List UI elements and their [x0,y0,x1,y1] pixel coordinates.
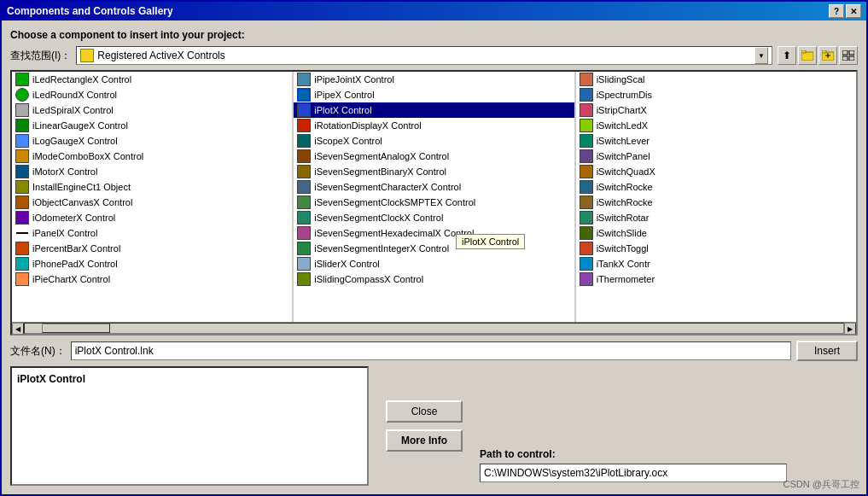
toolbar-back-btn[interactable]: ⬆ [778,46,796,65]
item-label: iPhonePadX Control [32,259,118,269]
list-item[interactable]: InstallEngineCt1 Object [12,179,292,195]
item-icon [16,232,28,234]
item-icon [15,149,29,163]
list-item[interactable]: iLogGaugeX Control [12,133,292,149]
list-item[interactable]: iMotorX Control [12,164,292,179]
item-icon [580,242,593,255]
list-item[interactable]: iSlidingScal [576,72,856,87]
list-item[interactable]: iObjectCanvasX Control [12,195,292,210]
item-label: iLinearGaugeX Control [32,120,128,131]
path-panel: Path to control: [480,366,858,486]
item-label: iRotationDisplayX Control [314,120,421,131]
list-item[interactable]: iSwitchPanel [576,149,856,164]
close-button[interactable]: ✕ [846,4,861,18]
window-body: Choose a component to insert into your p… [2,20,866,494]
toolbar-folder1-btn[interactable] [798,46,817,65]
list-item[interactable]: iSliderX Control [294,256,574,271]
scroll-left-btn[interactable]: ◀ [12,323,24,335]
list-item[interactable]: iThermometer [576,271,856,287]
scroll-right-btn[interactable]: ▶ [844,323,856,335]
list-item[interactable]: iPieChartX Control [12,271,292,287]
item-label: iSevenSegmentClockSMPTEX Control [314,197,475,207]
list-item[interactable]: iStripChartX [576,102,856,118]
item-label: iThermometer [597,274,655,284]
item-icon [580,180,593,194]
list-item[interactable]: iScopeX Control [294,133,574,149]
item-label: iLedRoundX Control [32,90,117,100]
list-item[interactable]: iSpectrumDis [576,87,856,102]
list-item[interactable]: iSevenSegmentIntegerX Control [294,241,574,256]
item-label: iPanelX Control [32,228,97,238]
list-item[interactable]: iSwitchQuadX [576,164,856,179]
filename-input[interactable] [71,341,791,360]
list-item[interactable]: iTankX Contr [576,256,856,271]
list-item[interactable]: iPhonePadX Control [12,256,292,271]
horizontal-scrollbar[interactable]: ◀ ▶ [12,322,856,334]
item-icon [580,257,593,271]
list-item[interactable]: iSwitchToggl [576,241,856,256]
toolbar-buttons: ⬆ [778,46,858,65]
item-label: iPipeX Control [314,90,374,100]
list-item[interactable]: iPanelX Control [12,225,292,241]
more-info-button[interactable]: More Info [386,429,463,452]
item-label: iSwitchSlide [597,228,647,238]
item-icon [297,103,311,117]
list-item[interactable]: iSwitchRocke [576,195,856,210]
item-icon [580,272,593,286]
list-item[interactable]: iLedSpiralX Control [12,102,292,118]
close-button[interactable]: Close [386,400,463,423]
list-item[interactable]: iLinearGaugeX Control [12,118,292,133]
list-item[interactable]: iSwitchRotar [576,210,856,225]
item-icon [580,103,593,117]
list-item[interactable]: iSevenSegmentCharacterX Control [294,179,574,195]
list-item[interactable]: iLedRectangleX Control [12,72,292,87]
help-button[interactable]: ? [829,4,844,18]
item-label: iSpectrumDis [597,90,652,100]
list-container: iLedRectangleX Control iLedRoundX Contro… [10,70,858,336]
insert-button[interactable]: Insert [796,341,858,361]
scope-label: 查找范围(I)： [10,49,71,63]
list-item[interactable]: iPipeJointX Control [294,72,574,87]
list-item[interactable]: iPipeX Control [294,87,574,102]
item-label: iMotorX Control [32,166,97,177]
list-item[interactable]: iPercentBarX Control [12,241,292,256]
list-item-selected[interactable]: iPlotX Control [294,102,574,118]
item-icon [15,73,29,86]
list-item[interactable]: iLedRoundX Control [12,87,292,102]
list-item[interactable]: iSwitchSlide [576,225,856,241]
item-icon [580,211,593,225]
list-item[interactable]: iSwitchLever [576,133,856,149]
scope-combobox[interactable]: Registered ActiveX Controls ▼ [76,46,772,65]
list-item[interactable]: iRotationDisplayX Control [294,118,574,133]
list-item[interactable]: iSevenSegmentClockX Control [294,210,574,225]
path-input[interactable] [480,464,787,482]
action-buttons: Close More Info [377,366,471,486]
list-item[interactable]: iSwitchLedX [576,118,856,133]
list-item[interactable]: iModeComboBoxX Control [12,149,292,164]
list-item[interactable]: iSwitchRocke [576,179,856,195]
toolbar-grid-btn[interactable] [839,46,858,65]
list-item[interactable]: iSevenSegmentClockSMPTEX Control [294,195,574,210]
combo-dropdown-btn[interactable]: ▼ [754,47,768,64]
item-label: iSwitchToggl [597,243,649,254]
control-preview: iPlotX Control [10,366,369,486]
item-icon [297,134,311,148]
list-item[interactable]: iOdometerX Control [12,210,292,225]
main-window: Components and Controls Gallery ? ✕ Choo… [0,0,868,496]
svg-rect-9 [849,56,854,61]
window-title: Components and Controls Gallery [7,5,173,17]
toolbar-folder2-btn[interactable] [818,46,837,65]
list-item[interactable]: iSlidingCompassX Control [294,271,574,287]
item-label: iSevenSegmentClockX Control [314,213,443,223]
item-label: iSevenSegmentAnalogX Control [314,151,449,161]
list-item[interactable]: iSevenSegmentBinaryX Control [294,164,574,179]
list-item[interactable]: iSevenSegmentAnalogX Control [294,149,574,164]
list-item[interactable]: iSevenSegmentHexadecimalX Control [294,225,574,241]
scroll-track[interactable] [24,323,844,334]
item-icon [297,272,311,286]
item-icon [15,103,29,117]
item-icon [15,272,29,286]
item-label: iSlidingCompassX Control [314,274,423,284]
list-column-2: iPipeJointX Control iPipeX Control iPlot… [293,72,574,322]
instruction-text: Choose a component to insert into your p… [10,29,858,41]
